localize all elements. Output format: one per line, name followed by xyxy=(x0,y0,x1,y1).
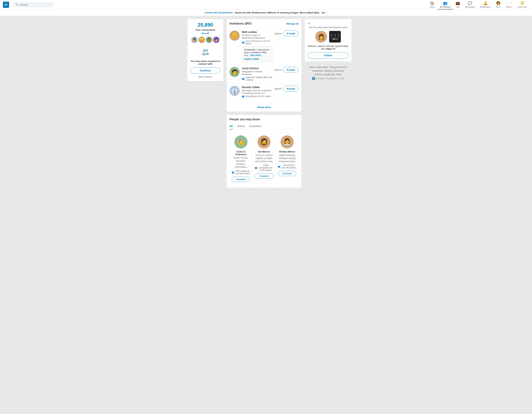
more-options-link[interactable]: More options xyxy=(190,75,220,78)
nav-work[interactable]: ⋮⋮ Work ▾ xyxy=(503,0,515,10)
mutual-icon: 👥 xyxy=(278,165,281,168)
pymk-title-text: Digital Marketing Strategist helping bus… xyxy=(278,154,296,163)
inv-title: Product Leader & Blockchain Enthusiast xyxy=(242,34,272,39)
ad-promo-text: Get the latest jobs and industry news xyxy=(308,26,349,29)
connect-button[interactable]: Connect xyxy=(232,177,250,182)
nav-me-label: Me ▾ xyxy=(496,6,500,8)
inv-avatar-matt: 😊 xyxy=(229,30,240,41)
invitations-header: Invitations (997) Manage all xyxy=(229,22,298,25)
show-more-link[interactable]: Show more xyxy=(229,103,298,109)
nav-home[interactable]: 🏠 Home xyxy=(428,0,437,10)
mutual-icon: 👥 xyxy=(255,167,257,169)
ad-dots-button[interactable]: ··· xyxy=(325,11,327,14)
continue-button[interactable]: Continue xyxy=(190,68,220,74)
nav-messaging-label: Messaging xyxy=(465,6,475,8)
pymk-avatar-shirley: 👩‍💼 xyxy=(281,135,294,148)
ad-company-logo: ⋮⋮⋮ talpa tv xyxy=(329,31,341,42)
mutual-icon: 👥 xyxy=(232,171,234,174)
nav-jobs[interactable]: 💼 Jobs xyxy=(453,0,462,10)
copyright-text: LinkedIn Corporation © 2018 xyxy=(316,77,344,80)
nav-notifications[interactable]: 🔔 Notifications xyxy=(478,0,493,10)
nav-work-label: Work ▾ xyxy=(506,6,512,8)
my-network-icon: 👥 xyxy=(443,1,447,5)
ad-card-dots[interactable]: ··· xyxy=(347,22,349,25)
messaging-icon: 💬 xyxy=(468,1,472,5)
pymk-grid: 🧓 Curtis D. Kuttnauer Senior Partner, Pr… xyxy=(229,132,298,185)
connect-button[interactable]: Connect xyxy=(278,171,296,176)
ad-images: 👩 ⋮⋮⋮ talpa tv xyxy=(308,31,349,42)
inv-title: Integrative Chinese Medicine xyxy=(242,70,272,76)
invitations-title: Invitations (997) xyxy=(229,22,252,25)
pymk-title-text: Senior Partner, President, Business Inte… xyxy=(232,157,250,169)
inv-avatar-ricardo: 👔 xyxy=(229,86,240,96)
pymk-avatar-curtis: 🧓 xyxy=(234,135,247,148)
accept-button[interactable]: Accept xyxy=(283,86,298,92)
pymk-name: Curtis D. Kuttnauer xyxy=(232,150,250,156)
invitations-card: Invitations (997) Manage all 😊 Matt Land… xyxy=(227,19,302,112)
nav-my-network[interactable]: 👥 My Network xyxy=(438,0,453,10)
ignore-button[interactable]: Ignore xyxy=(275,68,282,71)
footer-row-1: About Help Center Privacy & Terms ▾ xyxy=(304,66,352,69)
search-input[interactable] xyxy=(20,3,51,6)
ignore-button[interactable]: Ignore xyxy=(275,32,282,35)
mutual-icon: 👥 xyxy=(242,95,245,98)
pymk-avatar-ido: 🧔 xyxy=(257,135,271,148)
inv-avatar-justin: 🧑 xyxy=(229,67,240,77)
inv-name: Matt Landau xyxy=(242,30,272,33)
footer-more[interactable]: More xyxy=(336,73,341,76)
connect-button[interactable]: Connect xyxy=(255,173,273,179)
nav-me[interactable]: 👩 Me ▾ xyxy=(494,0,503,10)
reply-link[interactable]: Reply to Matt xyxy=(244,58,270,60)
svg-text:+: + xyxy=(207,53,208,55)
invitation-item: 🧑 Justin Ehrlich Integrative Chinese Med… xyxy=(229,65,298,83)
inv-mutual: 👥 Lenox Ramsey Jr and 15 others xyxy=(242,40,272,45)
svg-point-0 xyxy=(203,49,206,52)
svg-point-1 xyxy=(205,49,208,52)
sales-nav-icon: 🧭 xyxy=(520,1,524,5)
footer-app[interactable]: Get the LinkedIn app xyxy=(315,73,335,76)
see-all-link[interactable]: See all xyxy=(190,32,220,35)
inv-actions-ricardo: Ignore Accept xyxy=(275,86,298,92)
manage-all-link[interactable]: Manage all xyxy=(286,22,298,25)
pymk-title: People you may know xyxy=(229,118,298,121)
footer-privacy[interactable]: Privacy & Terms ▾ xyxy=(330,66,347,69)
footer-advertising[interactable]: Advertising xyxy=(312,69,323,72)
ad-banner: Create with Shutterstock - Stand out wit… xyxy=(0,10,532,16)
inv-name: Ricardo Cidale xyxy=(242,86,272,89)
avatar: 👩 xyxy=(496,1,500,5)
ignore-button[interactable]: Ignore xyxy=(275,87,282,90)
nav-sales-nav[interactable]: 🧭 Sales Nav xyxy=(516,0,529,10)
pymk-mutual: 👥 John Engstrom and 818 others xyxy=(232,170,250,175)
ad-cta-text: Melonie, explore relevant opportunities … xyxy=(308,45,349,50)
connection-avatar-2: 👱 xyxy=(199,37,205,43)
ad-person-image: 👩 xyxy=(315,31,327,42)
accept-button[interactable]: Accept xyxy=(283,67,298,73)
li-logo: in xyxy=(312,77,315,80)
follow-button[interactable]: Follow xyxy=(308,52,349,59)
nav-my-network-label: My Network xyxy=(440,6,450,8)
search-bar[interactable]: 🔍 xyxy=(13,2,53,7)
tab-coworkers[interactable]: Coworkers xyxy=(249,123,261,129)
work-icon: ⋮⋮ xyxy=(505,1,513,5)
notifications-icon: 🔔 xyxy=(483,1,488,5)
footer-business[interactable]: Business Services ▾ xyxy=(324,69,344,72)
footer-about[interactable]: About xyxy=(309,66,315,69)
footer-help[interactable]: Help Center xyxy=(316,66,328,69)
connection-avatars: 👩 👱 🧔 👩 xyxy=(190,37,220,43)
connections-count: 25,890 xyxy=(190,22,220,28)
mutual-icon: 👥 xyxy=(242,41,245,44)
tab-alumni[interactable]: Alumni xyxy=(237,123,245,129)
linkedin-copyright: in LinkedIn Corporation © 2018 xyxy=(304,77,352,80)
inv-actions-matt: Ignore Accept xyxy=(275,30,298,36)
tab-all[interactable]: All xyxy=(229,123,233,129)
mutual-icon: 👥 xyxy=(242,78,245,80)
accept-button[interactable]: Accept xyxy=(283,30,298,36)
ad-banner-link[interactable]: Create with Shutterstock - xyxy=(205,11,234,14)
pymk-person: 🧓 Curtis D. Kuttnauer Senior Partner, Pr… xyxy=(229,132,253,185)
nav-messaging[interactable]: 💬 Messaging xyxy=(463,0,477,10)
left-sidebar: 25,890 Your connections See all 👩 👱 🧔 👩 … xyxy=(187,19,224,188)
linkedin-logo[interactable]: in xyxy=(3,2,9,8)
see-more-link[interactable]: See more xyxy=(250,54,261,57)
pymk-name: Ido Meiron xyxy=(258,150,270,153)
nav-notifications-label: Notifications xyxy=(480,6,491,8)
